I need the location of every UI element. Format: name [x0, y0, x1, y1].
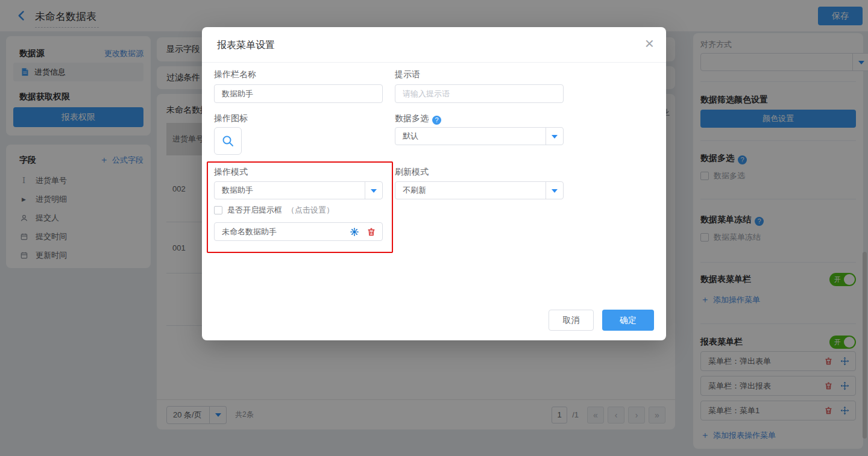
refresh-dropdown[interactable]: 不刷新 [395, 181, 564, 199]
bar-name-input[interactable] [214, 84, 383, 103]
multi-select-label: 数据多选 [395, 113, 441, 125]
operation-icon-button[interactable] [214, 127, 242, 155]
icon-label: 操作图标 [214, 113, 248, 124]
mode-dropdown[interactable]: 数据助手 [214, 181, 383, 199]
close-icon[interactable]: × [645, 36, 654, 51]
search-icon [221, 134, 235, 148]
gear-icon[interactable] [350, 227, 359, 237]
assistant-name-field[interactable]: 未命名数据助手 [214, 222, 383, 241]
checkbox-icon [214, 206, 222, 214]
refresh-label: 刷新模式 [395, 167, 429, 178]
app-root: 未命名数据表 保存 数据源 更改数据源 进货信息 数据获取权限 报表权限 字段 … [0, 0, 868, 456]
bar-name-label: 操作栏名称 [214, 69, 256, 80]
cancel-button[interactable]: 取消 [549, 310, 594, 331]
caret-down-icon [546, 128, 563, 145]
tip-box-checkbox[interactable]: 是否开启提示框 （点击设置） [214, 205, 334, 216]
dialog-title: 报表菜单设置 [217, 39, 275, 52]
report-menu-settings-dialog: 报表菜单设置 × 操作栏名称 提示语 操作图标 数据多选 默认 操作模式 数据助… [202, 27, 666, 340]
question-icon[interactable] [432, 116, 441, 125]
caret-down-icon [365, 182, 382, 199]
multi-select-dropdown[interactable]: 默认 [395, 127, 564, 145]
tip-input[interactable] [395, 84, 564, 103]
confirm-button[interactable]: 确定 [602, 310, 654, 331]
caret-down-icon [546, 182, 563, 199]
mode-label: 操作模式 [214, 167, 248, 178]
divider [202, 62, 666, 63]
trash-icon[interactable] [366, 227, 376, 237]
tip-label: 提示语 [395, 69, 420, 80]
